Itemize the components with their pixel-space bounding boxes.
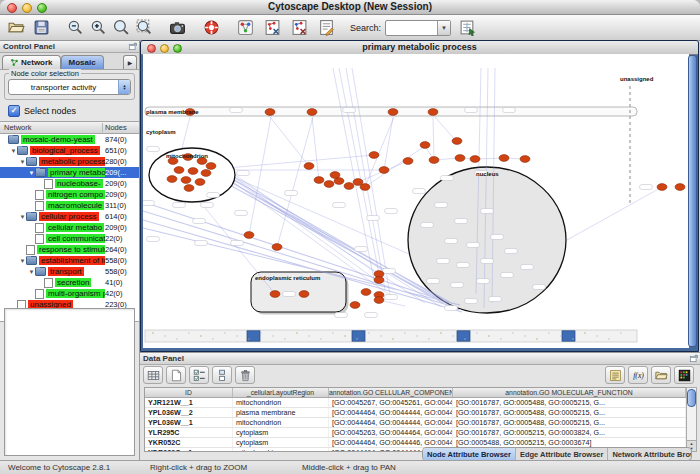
network-view-titlebar[interactable]: primary metabolic process xyxy=(141,41,698,55)
graph-node[interactable] xyxy=(369,152,379,159)
select-nodes-checkbox[interactable]: ✓ xyxy=(8,105,20,117)
snapshot-icon[interactable] xyxy=(167,18,187,38)
graph-node[interactable] xyxy=(330,172,340,179)
new-attribute-icon[interactable] xyxy=(166,366,186,384)
graph-node[interactable] xyxy=(344,183,354,190)
graph-node[interactable] xyxy=(206,163,216,170)
open-icon[interactable] xyxy=(6,18,26,38)
nodes-column-header[interactable]: Nodes xyxy=(103,123,139,132)
import-attributes-icon[interactable] xyxy=(457,18,477,38)
open-attribute-icon[interactable] xyxy=(651,366,671,384)
network-tree-row[interactable]: ▼primary metabo209(... xyxy=(0,167,139,178)
network-tree-row[interactable]: multi-organism pro42(0) xyxy=(0,288,139,299)
tab-edge-attribute-browser[interactable]: Edge Attribute Browser xyxy=(516,448,608,460)
graph-node[interactable] xyxy=(304,163,314,170)
table-vertical-scrollbar[interactable]: ▲▼ xyxy=(686,387,697,452)
dropdown-stepper-icon[interactable]: ▲▼ xyxy=(118,80,130,94)
graph-node[interactable] xyxy=(657,184,667,191)
network-name[interactable]: biological_process xyxy=(30,146,100,155)
node-color-dropdown[interactable]: transporter activity ▲▼ xyxy=(8,79,131,95)
network-tree-row[interactable]: nitrogen compo209(0) xyxy=(0,189,139,200)
graph-node[interactable] xyxy=(455,155,465,162)
help-icon[interactable] xyxy=(201,18,221,38)
expand-arrow-icon[interactable]: ▼ xyxy=(28,269,35,275)
network-name[interactable]: primary metabo xyxy=(48,168,105,177)
graph-node[interactable] xyxy=(184,185,194,192)
zoom-out-icon[interactable] xyxy=(65,18,85,38)
graph-node[interactable] xyxy=(265,109,275,116)
window-titlebar[interactable]: Cytoscape Desktop (New Session) xyxy=(0,0,700,15)
graph-node[interactable] xyxy=(379,167,389,174)
network-name[interactable]: mosaic-demo-yeast xyxy=(21,135,95,144)
network-tree-row[interactable]: nucleobase-209(0) xyxy=(0,178,139,189)
select-attributes-icon[interactable] xyxy=(189,366,209,384)
graph-node[interactable] xyxy=(174,167,184,174)
graph-node[interactable] xyxy=(520,156,530,163)
zoom-fit-icon[interactable] xyxy=(134,18,154,38)
network-name[interactable]: transport xyxy=(48,267,84,276)
network-tree-row[interactable]: ▼biological_process651(0) xyxy=(0,145,139,156)
network-tree-row[interactable]: ▼transport558(0) xyxy=(0,266,139,277)
zoom-in-icon[interactable] xyxy=(88,18,108,38)
graph-node[interactable] xyxy=(167,176,177,183)
network-name[interactable]: multi-organism pro xyxy=(46,289,105,298)
column-header[interactable]: annotation.GO CELLULAR_COMPONENT xyxy=(329,388,453,397)
import-table-icon[interactable] xyxy=(289,18,309,38)
graph-node[interactable] xyxy=(499,155,509,162)
network-name[interactable]: macromolecule xyxy=(46,201,104,210)
graph-node[interactable] xyxy=(452,138,462,145)
save-icon[interactable] xyxy=(31,18,51,38)
network-tree-row[interactable]: cellular metabo209(0) xyxy=(0,222,139,233)
expand-arrow-icon[interactable]: ▼ xyxy=(19,214,26,220)
graph-node[interactable] xyxy=(361,289,371,296)
import-network-icon[interactable] xyxy=(262,18,282,38)
search-dropdown-button[interactable]: ▼ xyxy=(437,21,450,35)
graph-node[interactable] xyxy=(388,109,398,116)
scrollbar-thumb[interactable] xyxy=(687,389,696,407)
graph-node[interactable] xyxy=(374,297,384,304)
table-row[interactable]: YPL036W__1mitochondrion[GO:0044464, GO:0… xyxy=(145,418,686,428)
graph-node[interactable] xyxy=(188,168,198,175)
graph-node[interactable] xyxy=(307,109,317,116)
network-column-header[interactable]: Network xyxy=(0,123,103,132)
tab-network[interactable]: Network xyxy=(2,55,61,69)
column-header[interactable]: _cellularLayoutRegion xyxy=(233,388,329,397)
birdseye-view[interactable] xyxy=(4,308,135,456)
table-row[interactable]: YLR295Ccytoplasm[GO:0045263, GO:0044464,… xyxy=(145,428,686,438)
network-name[interactable]: cellular metabo xyxy=(46,223,104,232)
network-name[interactable]: nitrogen compo xyxy=(46,190,105,199)
network-name[interactable]: secretion xyxy=(55,278,91,287)
graph-node[interactable] xyxy=(350,302,360,309)
zoom-selected-icon[interactable] xyxy=(111,18,131,38)
expand-arrow-icon[interactable]: ▼ xyxy=(19,159,26,165)
graph-node[interactable] xyxy=(201,170,211,177)
matrix-view-icon[interactable] xyxy=(674,366,694,384)
attribute-grid-icon[interactable] xyxy=(143,366,163,384)
network-tree-row[interactable]: response to stimulu264(0) xyxy=(0,244,139,255)
float-panel-icon[interactable] xyxy=(128,42,137,51)
column-header[interactable]: annotation.GO MOLECULAR_FUNCTION xyxy=(453,388,686,397)
graph-node[interactable] xyxy=(374,277,384,284)
graph-node[interactable] xyxy=(244,232,254,239)
table-row[interactable]: YPL036W__2plasma membrane[GO:0044464, GO… xyxy=(145,408,686,418)
graph-node[interactable] xyxy=(299,291,309,298)
graph-node[interactable] xyxy=(675,184,685,191)
graph-node[interactable] xyxy=(272,244,282,251)
annotation-icon[interactable] xyxy=(316,18,336,38)
graph-node[interactable] xyxy=(420,142,430,149)
expand-arrow-icon[interactable]: ▼ xyxy=(10,148,17,154)
attribute-list-icon[interactable] xyxy=(605,366,625,384)
tab-node-attribute-browser[interactable]: Node Attribute Browser xyxy=(423,448,516,460)
view-vertical-scrollbar[interactable] xyxy=(688,55,697,347)
tab-mosaic[interactable]: Mosaic xyxy=(61,55,104,69)
graph-node[interactable] xyxy=(428,109,438,116)
network-tree-row[interactable]: ▼establishment of lo558(0) xyxy=(0,255,139,266)
graph-node[interactable] xyxy=(195,179,205,186)
vizmapper-icon[interactable] xyxy=(235,18,255,38)
graph-node[interactable] xyxy=(470,156,480,163)
graph-node[interactable] xyxy=(270,291,280,298)
network-canvas[interactable]: plasma membranecytoplasmmitochondrionnuc… xyxy=(143,54,689,348)
graph-node[interactable] xyxy=(181,177,191,184)
nucleus-region[interactable] xyxy=(408,167,566,313)
expand-arrow-icon[interactable]: ▼ xyxy=(28,170,35,176)
